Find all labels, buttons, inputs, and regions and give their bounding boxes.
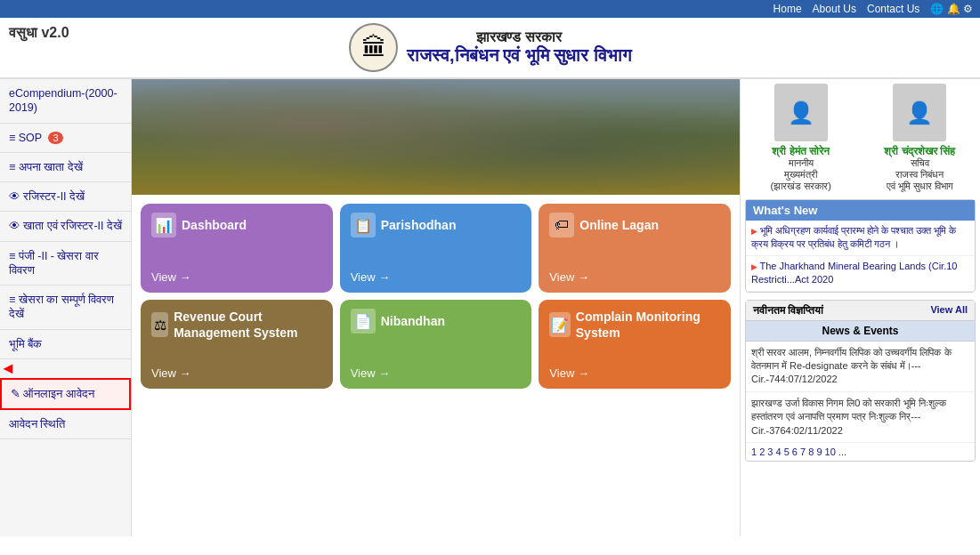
sidebar-item-label: ≡ SOP [9, 132, 45, 144]
news-row[interactable]: श्री सरवर आलम, निम्नवर्गीय लिपिक को उच्च… [746, 342, 975, 392]
card-header-row: 📝Complain Monitoring System [549, 309, 720, 341]
card-view-link[interactable]: View → [351, 270, 391, 284]
header-main-title: राजस्व,निबंधन एवं भूमि सुधार विभाग [407, 45, 631, 66]
sidebar-item-online-avedan[interactable]: ✎ ऑनलाइन आवेदन [0, 378, 131, 410]
extra-icons: 🌐 🔔 ⚙ [930, 3, 973, 15]
module-card-revenue-court[interactable]: ⚖Revenue Court Management SystemView → [141, 300, 333, 389]
card-icon: 📄 [351, 309, 376, 334]
modules-grid: 📊DashboardView →📋ParishodhanView →🏷Onlin… [132, 195, 740, 398]
card-title: Revenue Court Management System [174, 309, 321, 341]
card-icon: 📝 [549, 312, 570, 337]
card-icon: 📋 [351, 213, 376, 237]
sidebar-item-khata-register[interactable]: 👁 खाता एवं रजिस्टर-II देखें [0, 212, 131, 241]
page-header: वसुधा v2.0 🏛 झारखण्ड सरकार राजस्व,निबंधन… [0, 18, 980, 79]
card-view-link[interactable]: View → [549, 366, 589, 380]
red-arrow-icon: ◄ [0, 359, 16, 377]
card-header-row: 📄Nibandhan [351, 309, 522, 334]
card-title: Nibandhan [381, 313, 445, 329]
official-name: श्री चंद्रशेखर सिंह [864, 145, 976, 157]
sidebar-item-sop[interactable]: ≡ SOP 3 [0, 124, 131, 153]
card-header-row: 🏷Online Lagan [549, 213, 720, 237]
whats-new-items: भूमि अधिग्रहण कार्यवाई प्रारम्भ होने के … [746, 221, 975, 292]
top-navbar: Home About Us Contact Us 🌐 🔔 ⚙ [0, 0, 980, 18]
navinatam-box: नवीनतम विज्ञप्तियां View All News & Even… [745, 300, 976, 462]
card-view-link[interactable]: View → [549, 270, 589, 284]
card-title: Parishodhan [381, 217, 457, 233]
sidebar-item-label: 👁 रजिस्टर-II देखें [9, 190, 85, 203]
navinatam-header: नवीनतम विज्ञप्तियां View All [746, 301, 975, 321]
card-header-row: 📋Parishodhan [351, 213, 522, 237]
sidebar-item-panji[interactable]: ≡ पंजी -II - खेसरा वार विवरण [0, 242, 131, 286]
card-title: Online Lagan [579, 217, 659, 233]
official-post: सचिव राजस्व निबंधन एवं भूमि सुधार विभाग [864, 157, 976, 192]
sidebar: eCompendium-(2000-2019)≡ SOP 3≡ अपना खात… [0, 79, 132, 536]
sop-badge: 3 [48, 132, 62, 144]
card-header-row: ⚖Revenue Court Management System [151, 309, 322, 341]
contact-nav-link[interactable]: Contact Us [867, 3, 919, 15]
news-rows: श्री सरवर आलम, निम्नवर्गीय लिपिक को उच्च… [746, 342, 975, 443]
sidebar-item-label: ≡ पंजी -II - खेसरा वार विवरण [9, 250, 99, 277]
sidebar-item-avedan-sthiti[interactable]: आवेदन स्थिति [0, 410, 131, 439]
news-row[interactable]: झारखण्ड उर्जा विकास निगम लि0 को सरकारी भ… [746, 392, 975, 443]
pagination[interactable]: 1 2 3 4 5 6 7 8 9 10 ... [746, 443, 975, 461]
sidebar-item-register2[interactable]: 👁 रजिस्टर-II देखें [0, 182, 131, 212]
card-view-link[interactable]: View → [351, 366, 391, 380]
card-icon: 🏷 [549, 213, 574, 237]
official-photo: 👤 [893, 84, 946, 141]
module-card-online-lagan[interactable]: 🏷Online LaganView → [539, 204, 731, 293]
sidebar-item-label: भूमि बैंक [9, 338, 42, 350]
main-content: 📊DashboardView →📋ParishodhanView →🏷Onlin… [132, 79, 740, 536]
module-card-nibandhan[interactable]: 📄NibandhanView → [340, 300, 532, 389]
card-view-link[interactable]: View → [151, 270, 191, 284]
sidebar-item-bhumi-bank[interactable]: भूमि बैंक [0, 330, 131, 359]
sidebar-item-ecompendium[interactable]: eCompendium-(2000-2019) [0, 79, 131, 124]
news-table-header: News & Events [746, 321, 975, 342]
header-subtitle: झारखण्ड सरकार [407, 29, 631, 45]
view-all-link[interactable]: View All [930, 304, 968, 317]
whats-new-header: What's New [746, 200, 975, 221]
sidebar-item-apna-khata[interactable]: ≡ अपना खाता देखें [0, 153, 131, 182]
sidebar-item-label: आवेदन स्थिति [9, 418, 65, 430]
right-panel: 👤श्री हेमंत सोरेनमाननीय मुख्यमंत्री (झार… [740, 79, 980, 536]
header-title-block: झारखण्ड सरकार राजस्व,निबंधन एवं भूमि सुध… [407, 29, 631, 66]
official-card-chandreshekhar: 👤श्री चंद्रशेखर सिंहसचिव राजस्व निबंधन ए… [864, 84, 976, 192]
officials-section: 👤श्री हेमंत सोरेनमाननीय मुख्यमंत्री (झार… [745, 84, 976, 192]
navinatam-title: नवीनतम विज्ञप्तियां [753, 304, 823, 317]
sidebar-item-khesra-sampurn[interactable]: ≡ खेसरा का सम्पूर्ण विवरण देखें [0, 286, 131, 330]
sidebar-item-label: eCompendium-(2000-2019) [9, 87, 117, 114]
card-view-link[interactable]: View → [151, 366, 191, 380]
module-card-complain[interactable]: 📝Complain Monitoring SystemView → [539, 300, 731, 389]
sidebar-item-label: ≡ खेसरा का सम्पूर्ण विवरण देखें [9, 294, 114, 320]
whats-new-box: What's New भूमि अधिग्रहण कार्यवाई प्रारम… [745, 199, 976, 293]
official-card-hemant-soren: 👤श्री हेमंत सोरेनमाननीय मुख्यमंत्री (झार… [745, 84, 857, 192]
module-card-dashboard[interactable]: 📊DashboardView → [141, 204, 333, 293]
emblem-logo: 🏛 [349, 23, 398, 72]
official-post: माननीय मुख्यमंत्री (झारखंड सरकार) [745, 157, 857, 192]
official-name: श्री हेमंत सोरेन [745, 145, 857, 157]
whats-new-item[interactable]: The Jharkhand Mineral Bearing Lands (Cir… [746, 256, 975, 292]
whats-new-item[interactable]: भूमि अधिग्रहण कार्यवाई प्रारम्भ होने के … [746, 221, 975, 256]
card-icon: ⚖ [151, 312, 168, 337]
sidebar-item-label: ≡ अपना खाता देखें [9, 161, 83, 173]
card-title: Dashboard [182, 217, 247, 233]
hero-image [132, 79, 740, 195]
official-photo: 👤 [774, 84, 828, 141]
card-header-row: 📊Dashboard [151, 213, 322, 237]
module-card-parishodhan[interactable]: 📋ParishodhanView → [340, 204, 532, 293]
sidebar-item-label: ✎ ऑनलाइन आवेदन [11, 388, 94, 400]
home-nav-link[interactable]: Home [773, 3, 802, 15]
brand-logo: वसुधा v2.0 [9, 25, 69, 41]
main-layout: eCompendium-(2000-2019)≡ SOP 3≡ अपना खात… [0, 79, 980, 536]
sidebar-item-label: 👁 खाता एवं रजिस्टर-II देखें [9, 220, 122, 232]
card-icon: 📊 [151, 213, 176, 237]
card-title: Complain Monitoring System [576, 309, 720, 341]
about-nav-link[interactable]: About Us [813, 3, 856, 15]
